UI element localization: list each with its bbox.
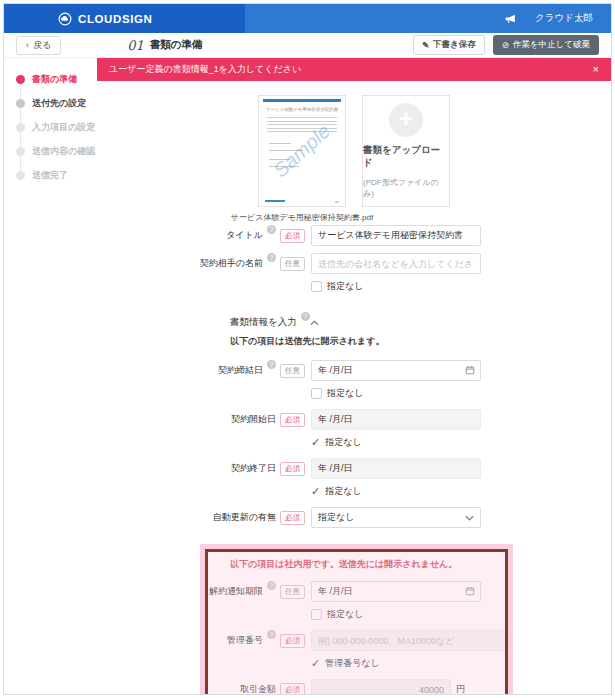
pdf-preview-thumbnail[interactable]: サービス体験デモ用秘密保持契約書 Sample	[258, 95, 346, 207]
required-badge: 必須	[280, 462, 305, 476]
user-name[interactable]: クラウド太郎	[535, 12, 593, 25]
management-number-input	[311, 630, 507, 651]
step-dot	[16, 171, 25, 180]
end-date-input	[311, 458, 481, 479]
partner-none-checkbox-row: 指定なし	[311, 279, 611, 294]
page-title: 書類の準備	[150, 38, 203, 52]
auto-renewal-select[interactable]: 指定なし	[311, 507, 481, 528]
upload-subtitle: (PDF形式ファイルのみ)	[363, 177, 449, 199]
checkbox-unchecked[interactable]	[311, 388, 322, 399]
alert-message: ユーザー定義の書類情報_1を入力してください	[109, 63, 301, 76]
brand-logo[interactable]: CLOUDSIGN	[4, 4, 245, 33]
checkbox-label: 指定なし	[325, 485, 361, 498]
check-icon[interactable]: ✓	[311, 437, 320, 448]
checkbox-label: 指定なし	[327, 387, 363, 400]
check-icon[interactable]: ✓	[311, 486, 320, 497]
required-badge: 必須	[280, 634, 305, 648]
step-dot	[16, 75, 25, 84]
pdf-filename: サービス体験デモ用秘密保持契約書.pdf	[231, 212, 373, 223]
main-content: ユーザー定義の書類情報_1を入力してください × サービス体験デモ用秘密保持契約…	[97, 58, 611, 694]
pencil-icon: ✎	[422, 40, 429, 50]
partner-field-row: 契約相手の名前 ? 任意	[97, 253, 611, 274]
sidebar-step-recipients: 送付先の設定	[4, 91, 97, 115]
start-date-label: 契約開始日	[231, 413, 276, 426]
stepper: 書類の準備 送付先の設定 入力項目の設定 送信内容の確認 送信完了	[4, 67, 97, 187]
disclosed-note: 以下の項目は送信先に開示されます。	[230, 335, 611, 348]
chevron-down-icon	[465, 515, 474, 521]
validation-alert-banner: ユーザー定義の書類情報_1を入力してください ×	[97, 58, 611, 81]
partner-name-input[interactable]	[311, 253, 481, 274]
internal-use-section: 以下の項目は社内用です。送信先には開示されません。 解約通知期限 ? 任意	[97, 549, 611, 695]
end-none-checkbox-row: ✓ 指定なし	[311, 484, 611, 499]
back-button-label: 戻る	[33, 39, 51, 52]
step-toolbar: ‹ 戻る 01 書類の準備 ✎ 下書き保存 ⊘ 作業を中止して破棄	[4, 33, 611, 58]
preview-signature-lines	[269, 159, 345, 167]
title-input[interactable]	[311, 225, 481, 246]
end-date-label: 契約終了日	[231, 462, 276, 475]
sidebar-step-input-fields: 入力項目の設定	[4, 115, 97, 139]
sidebar-step-complete: 送信完了	[4, 163, 97, 187]
optional-badge: 任意	[280, 364, 305, 378]
check-icon[interactable]: ✓	[311, 658, 320, 669]
abort-discard-button[interactable]: ⊘ 作業を中止して破棄	[493, 35, 599, 55]
calendar-icon[interactable]	[465, 365, 475, 375]
management-number-none-checkbox-row: ✓ 管理番号なし	[311, 656, 611, 671]
start-date-row: 契約開始日 必須	[97, 409, 611, 430]
auto-renewal-row: 自動更新の有無 必須 指定なし	[97, 507, 611, 528]
chevron-up-icon[interactable]	[310, 320, 319, 326]
currency-unit: 円	[456, 683, 465, 695]
calendar-icon[interactable]	[465, 586, 475, 596]
progress-sidebar: 書類の準備 送付先の設定 入力項目の設定 送信内容の確認 送信完了	[4, 58, 97, 694]
conclusion-date-row: 契約締結日 ? 任意	[97, 360, 611, 381]
info-icon[interactable]: ?	[267, 360, 276, 369]
close-icon[interactable]: ×	[593, 64, 599, 75]
transaction-amount-label: 取引金額	[240, 683, 276, 695]
save-draft-button[interactable]: ✎ 下書き保存	[413, 35, 485, 55]
title-field-label: タイトル	[226, 229, 263, 242]
info-icon[interactable]: ?	[301, 312, 310, 321]
checkbox-label: 指定なし	[327, 280, 363, 293]
required-badge: 必須	[280, 229, 305, 243]
preview-decoration	[263, 99, 341, 102]
cloud-logo-icon	[58, 12, 72, 26]
checkbox-unchecked[interactable]	[311, 609, 322, 620]
step-number: 01	[127, 38, 144, 53]
management-number-row: 管理番号 ? 必須	[97, 630, 611, 651]
checkbox-label: 指定なし	[325, 436, 361, 449]
conclusion-date-input[interactable]	[311, 360, 481, 381]
optional-badge: 任意	[280, 257, 305, 271]
abort-discard-label: 作業を中止して破棄	[513, 39, 590, 51]
required-badge: 必須	[280, 511, 305, 525]
save-draft-label: 下書き保存	[433, 39, 476, 51]
conclusion-date-label: 契約締結日	[218, 364, 263, 377]
preview-page-number	[335, 201, 339, 203]
title-field-row: タイトル ? 必須	[97, 225, 611, 246]
document-info-section-header[interactable]: 書類情報を入力 ?	[230, 316, 501, 329]
management-number-label: 管理番号	[227, 634, 263, 647]
app-window: CLOUDSIGN クラウド太郎 ‹ 戻る 01 書類の準備 ✎ 下書き保存 ⊘…	[3, 3, 612, 695]
upload-document-dropzone[interactable]: + 書類をアップロード (PDF形式ファイルのみ)	[362, 95, 450, 207]
sidebar-step-confirm: 送信内容の確認	[4, 139, 97, 163]
cancel-notice-row: 解約通知期限 ? 任意	[97, 581, 611, 602]
checkbox-unchecked[interactable]	[311, 281, 322, 292]
section-title: 書類情報を入力	[230, 316, 297, 329]
upload-title: 書類をアップロード	[363, 144, 449, 170]
info-icon[interactable]: ?	[267, 581, 276, 590]
step-dot	[16, 147, 25, 156]
back-button[interactable]: ‹ 戻る	[16, 36, 61, 55]
checkbox-label: 指定なし	[327, 608, 363, 621]
announcements-icon[interactable]	[504, 12, 517, 25]
optional-badge: 任意	[280, 585, 305, 599]
top-navbar: CLOUDSIGN クラウド太郎	[4, 4, 611, 33]
cancel-notice-date-input[interactable]	[311, 581, 481, 602]
selected-option: 指定なし	[318, 511, 354, 524]
sidebar-step-document-prep: 書類の準備	[4, 67, 97, 91]
partner-field-label: 契約相手の名前	[200, 257, 263, 270]
required-badge: 必須	[280, 683, 305, 696]
info-icon[interactable]: ?	[267, 253, 276, 262]
info-icon[interactable]: ?	[267, 225, 276, 234]
info-icon[interactable]: ?	[267, 630, 276, 639]
internal-use-note: 以下の項目は社内用です。送信先には開示されません。	[230, 558, 611, 571]
conclusion-none-checkbox-row: 指定なし	[311, 386, 611, 401]
required-badge: 必須	[280, 413, 305, 427]
